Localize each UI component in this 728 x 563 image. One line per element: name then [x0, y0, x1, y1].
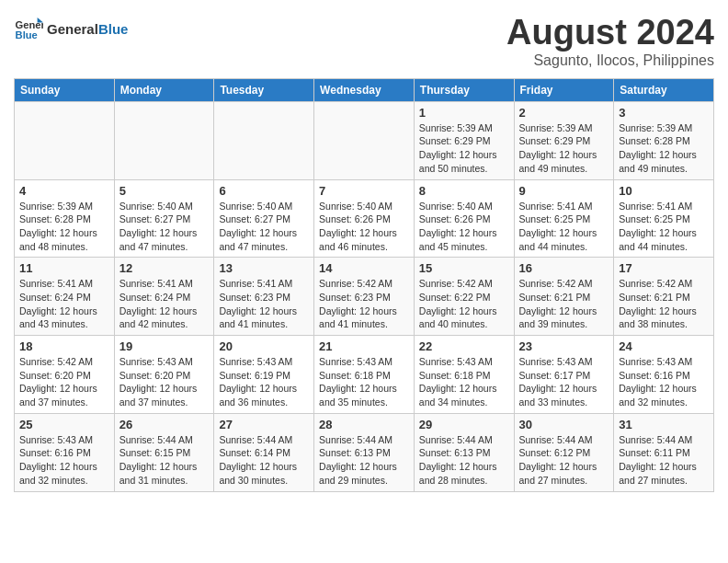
- day-number: 27: [219, 418, 309, 431]
- day-number: 19: [119, 339, 210, 353]
- calendar-cell: 2Sunrise: 5:39 AM Sunset: 6:29 PM Daylig…: [514, 101, 614, 179]
- day-number: 4: [19, 184, 109, 198]
- header-cell-friday: Friday: [514, 78, 614, 101]
- day-number: 3: [619, 106, 709, 120]
- calendar-cell: 25Sunrise: 5:43 AM Sunset: 6:16 PM Dayli…: [15, 413, 115, 491]
- logo: General Blue GeneralBlue: [14, 14, 128, 43]
- day-number: 13: [219, 261, 309, 275]
- day-info: Sunrise: 5:43 AM Sunset: 6:16 PM Dayligh…: [619, 355, 709, 409]
- day-number: 29: [419, 418, 509, 431]
- page-header: General Blue GeneralBlue August 2024 Sag…: [14, 14, 714, 69]
- day-info: Sunrise: 5:42 AM Sunset: 6:22 PM Dayligh…: [419, 277, 509, 331]
- calendar-cell: 12Sunrise: 5:41 AM Sunset: 6:24 PM Dayli…: [114, 258, 214, 336]
- day-info: Sunrise: 5:40 AM Sunset: 6:26 PM Dayligh…: [319, 200, 409, 254]
- day-number: 31: [619, 418, 709, 431]
- calendar-cell: 7Sunrise: 5:40 AM Sunset: 6:26 PM Daylig…: [314, 179, 415, 258]
- day-info: Sunrise: 5:43 AM Sunset: 6:17 PM Dayligh…: [519, 355, 609, 409]
- day-info: Sunrise: 5:42 AM Sunset: 6:21 PM Dayligh…: [619, 277, 709, 331]
- day-info: Sunrise: 5:43 AM Sunset: 6:19 PM Dayligh…: [219, 355, 309, 409]
- calendar-table: SundayMondayTuesdayWednesdayThursdayFrid…: [14, 78, 714, 492]
- day-number: 15: [419, 261, 509, 275]
- day-number: 1: [419, 106, 509, 120]
- calendar-cell: 22Sunrise: 5:43 AM Sunset: 6:18 PM Dayli…: [414, 336, 514, 414]
- day-number: 6: [219, 184, 309, 198]
- day-number: 20: [219, 339, 309, 353]
- calendar-cell: [15, 101, 115, 179]
- day-number: 26: [119, 418, 210, 431]
- day-info: Sunrise: 5:41 AM Sunset: 6:25 PM Dayligh…: [619, 200, 709, 254]
- calendar-cell: 26Sunrise: 5:44 AM Sunset: 6:15 PM Dayli…: [114, 413, 214, 491]
- day-number: 12: [119, 261, 210, 275]
- day-info: Sunrise: 5:39 AM Sunset: 6:28 PM Dayligh…: [19, 200, 109, 254]
- day-info: Sunrise: 5:40 AM Sunset: 6:27 PM Dayligh…: [119, 200, 210, 254]
- logo-icon: General Blue: [14, 14, 43, 43]
- header-cell-wednesday: Wednesday: [314, 78, 415, 101]
- calendar-cell: 8Sunrise: 5:40 AM Sunset: 6:26 PM Daylig…: [414, 179, 514, 258]
- day-info: Sunrise: 5:40 AM Sunset: 6:26 PM Dayligh…: [419, 200, 509, 254]
- day-info: Sunrise: 5:41 AM Sunset: 6:25 PM Dayligh…: [519, 200, 609, 254]
- calendar-cell: [114, 101, 214, 179]
- calendar-cell: 1Sunrise: 5:39 AM Sunset: 6:29 PM Daylig…: [414, 101, 514, 179]
- calendar-cell: 27Sunrise: 5:44 AM Sunset: 6:14 PM Dayli…: [214, 413, 314, 491]
- day-info: Sunrise: 5:40 AM Sunset: 6:27 PM Dayligh…: [219, 200, 309, 254]
- day-info: Sunrise: 5:39 AM Sunset: 6:29 PM Dayligh…: [419, 121, 509, 176]
- day-info: Sunrise: 5:44 AM Sunset: 6:11 PM Dayligh…: [619, 433, 709, 488]
- day-number: 17: [619, 261, 709, 275]
- day-info: Sunrise: 5:42 AM Sunset: 6:21 PM Dayligh…: [519, 277, 609, 331]
- week-row-1: 1Sunrise: 5:39 AM Sunset: 6:29 PM Daylig…: [15, 101, 714, 179]
- day-info: Sunrise: 5:44 AM Sunset: 6:12 PM Dayligh…: [519, 433, 609, 488]
- logo-text: GeneralBlue: [47, 21, 128, 37]
- day-number: 2: [519, 106, 609, 120]
- day-info: Sunrise: 5:44 AM Sunset: 6:13 PM Dayligh…: [319, 433, 409, 488]
- calendar-cell: 18Sunrise: 5:42 AM Sunset: 6:20 PM Dayli…: [15, 336, 115, 414]
- day-number: 8: [419, 184, 509, 198]
- day-number: 22: [419, 339, 509, 353]
- day-info: Sunrise: 5:39 AM Sunset: 6:28 PM Dayligh…: [619, 121, 709, 176]
- day-number: 25: [19, 418, 109, 431]
- calendar-cell: 13Sunrise: 5:41 AM Sunset: 6:23 PM Dayli…: [214, 258, 314, 336]
- day-info: Sunrise: 5:41 AM Sunset: 6:24 PM Dayligh…: [19, 277, 109, 331]
- calendar-cell: 14Sunrise: 5:42 AM Sunset: 6:23 PM Dayli…: [314, 258, 415, 336]
- day-number: 30: [519, 418, 609, 431]
- calendar-cell: 3Sunrise: 5:39 AM Sunset: 6:28 PM Daylig…: [614, 101, 714, 179]
- day-number: 16: [519, 261, 609, 275]
- header-cell-thursday: Thursday: [414, 78, 514, 101]
- calendar-cell: 29Sunrise: 5:44 AM Sunset: 6:13 PM Dayli…: [414, 413, 514, 491]
- calendar-cell: [314, 101, 415, 179]
- calendar-cell: 16Sunrise: 5:42 AM Sunset: 6:21 PM Dayli…: [514, 258, 614, 336]
- day-number: 23: [519, 339, 609, 353]
- day-number: 18: [19, 339, 109, 353]
- day-info: Sunrise: 5:42 AM Sunset: 6:23 PM Dayligh…: [319, 277, 409, 331]
- calendar-cell: 21Sunrise: 5:43 AM Sunset: 6:18 PM Dayli…: [314, 336, 415, 414]
- calendar-cell: 19Sunrise: 5:43 AM Sunset: 6:20 PM Dayli…: [114, 336, 214, 414]
- header-cell-tuesday: Tuesday: [214, 78, 314, 101]
- calendar-cell: 20Sunrise: 5:43 AM Sunset: 6:19 PM Dayli…: [214, 336, 314, 414]
- day-info: Sunrise: 5:43 AM Sunset: 6:20 PM Dayligh…: [119, 355, 210, 409]
- week-row-2: 4Sunrise: 5:39 AM Sunset: 6:28 PM Daylig…: [15, 179, 714, 258]
- day-number: 21: [319, 339, 409, 353]
- calendar-cell: 28Sunrise: 5:44 AM Sunset: 6:13 PM Dayli…: [314, 413, 415, 491]
- calendar-cell: 4Sunrise: 5:39 AM Sunset: 6:28 PM Daylig…: [15, 179, 115, 258]
- day-number: 14: [319, 261, 409, 275]
- calendar-cell: 23Sunrise: 5:43 AM Sunset: 6:17 PM Dayli…: [514, 336, 614, 414]
- day-info: Sunrise: 5:44 AM Sunset: 6:14 PM Dayligh…: [219, 433, 309, 488]
- title-area: August 2024 Sagunto, Ilocos, Philippines: [506, 14, 714, 69]
- header-cell-sunday: Sunday: [15, 78, 115, 101]
- calendar-cell: 10Sunrise: 5:41 AM Sunset: 6:25 PM Dayli…: [614, 179, 714, 258]
- main-title: August 2024: [506, 14, 714, 52]
- sub-title: Sagunto, Ilocos, Philippines: [506, 52, 714, 69]
- day-info: Sunrise: 5:43 AM Sunset: 6:16 PM Dayligh…: [19, 433, 109, 488]
- calendar-cell: 31Sunrise: 5:44 AM Sunset: 6:11 PM Dayli…: [614, 413, 714, 491]
- header-cell-monday: Monday: [114, 78, 214, 101]
- calendar-header-row: SundayMondayTuesdayWednesdayThursdayFrid…: [15, 78, 714, 101]
- calendar-cell: 5Sunrise: 5:40 AM Sunset: 6:27 PM Daylig…: [114, 179, 214, 258]
- calendar-cell: 24Sunrise: 5:43 AM Sunset: 6:16 PM Dayli…: [614, 336, 714, 414]
- day-number: 7: [319, 184, 409, 198]
- day-info: Sunrise: 5:39 AM Sunset: 6:29 PM Dayligh…: [519, 121, 609, 176]
- day-number: 10: [619, 184, 709, 198]
- week-row-4: 18Sunrise: 5:42 AM Sunset: 6:20 PM Dayli…: [15, 336, 714, 414]
- week-row-3: 11Sunrise: 5:41 AM Sunset: 6:24 PM Dayli…: [15, 258, 714, 336]
- calendar-cell: 30Sunrise: 5:44 AM Sunset: 6:12 PM Dayli…: [514, 413, 614, 491]
- day-info: Sunrise: 5:43 AM Sunset: 6:18 PM Dayligh…: [319, 355, 409, 409]
- day-number: 11: [19, 261, 109, 275]
